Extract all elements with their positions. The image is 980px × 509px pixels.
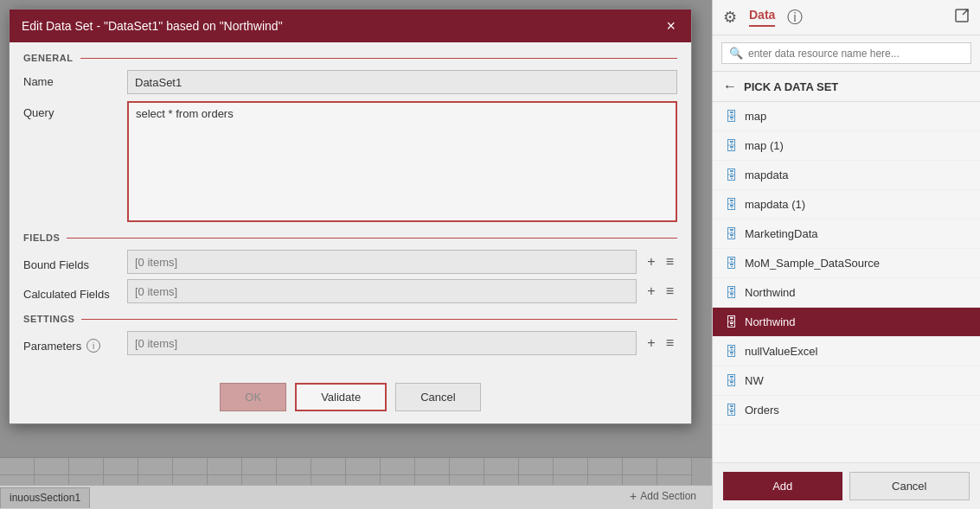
modal-title: Edit Data Set - "DataSet1" based on "Nor… — [22, 19, 283, 33]
modal-header: Edit Data Set - "DataSet1" based on "Nor… — [10, 10, 691, 42]
dataset-item[interactable]: 🗄 MarketingData — [713, 220, 980, 249]
db-icon: 🗄 — [725, 315, 738, 329]
bound-fields-row: Bound Fields + ≡ — [23, 250, 677, 274]
parameters-row: Parameters i + ≡ — [23, 331, 677, 355]
section-tab[interactable]: inuousSection1 — [0, 487, 90, 508]
cancel-button[interactable]: Cancel — [395, 383, 480, 411]
data-tab[interactable]: Data — [749, 8, 775, 27]
add-section-plus-icon: + — [630, 489, 637, 503]
back-navigation[interactable]: ← PICK A DATA SET — [713, 72, 980, 102]
dataset-name: NW — [745, 374, 764, 387]
calculated-fields-menu-button[interactable]: ≡ — [663, 283, 677, 300]
dataset-item[interactable]: 🗄 mapdata (1) — [713, 190, 980, 220]
parameters-actions: + ≡ — [644, 334, 677, 352]
general-section-header: GENERAL — [23, 53, 677, 63]
fields-section-header: FIELDS — [23, 232, 677, 243]
dataset-item[interactable]: 🗄 map (1) — [713, 131, 980, 161]
db-icon: 🗄 — [725, 168, 738, 182]
search-input[interactable] — [748, 48, 964, 60]
modal-overlay: Edit Data Set - "DataSet1" based on "Nor… — [0, 0, 712, 509]
parameters-add-button[interactable]: + — [644, 334, 658, 352]
search-icon: 🔍 — [729, 47, 743, 60]
parameters-input[interactable] — [127, 331, 637, 355]
sidebar-add-button[interactable]: Add — [723, 472, 842, 500]
dataset-name: mapdata — [745, 169, 789, 181]
bound-fields-menu-button[interactable]: ≡ — [663, 253, 677, 270]
dataset-name: MoM_Sample_DataSource — [745, 257, 880, 270]
db-icon: 🗄 — [725, 109, 738, 124]
calculated-fields-row: Calculated Fields + ≡ — [23, 279, 677, 303]
sidebar-search-area: 🔍 — [713, 35, 980, 72]
search-row: 🔍 — [721, 42, 971, 64]
ok-button[interactable]: OK — [220, 383, 286, 411]
dataset-item[interactable]: 🗄 Orders — [713, 396, 980, 425]
dataset-item[interactable]: 🗄 NW — [713, 366, 980, 396]
dataset-name: nullValueExcel — [745, 345, 817, 358]
dataset-item[interactable]: 🗄 MoM_Sample_DataSource — [713, 249, 980, 278]
dataset-name: Northwind — [745, 315, 796, 328]
sidebar-topbar: ⚙ Data ⓘ — [713, 0, 980, 35]
calculated-fields-add-button[interactable]: + — [644, 283, 658, 300]
db-icon: 🗄 — [725, 403, 738, 417]
tab-label: inuousSection1 — [10, 492, 80, 504]
name-label: Name — [23, 70, 127, 88]
modal-close-button[interactable]: × — [663, 18, 679, 34]
back-arrow-icon: ← — [723, 79, 737, 94]
dataset-list: 🗄 map 🗄 map (1) 🗄 mapdata 🗄 mapdata (1) … — [713, 102, 980, 462]
dataset-item-active[interactable]: 🗄 Northwind — [713, 308, 980, 337]
settings-icon[interactable]: ⚙ — [723, 8, 737, 27]
tab-bar: inuousSection1 + Add Section — [0, 485, 712, 509]
db-icon: 🗄 — [725, 226, 738, 241]
add-section-button[interactable]: + Add Section — [623, 487, 703, 506]
parameters-info-icon[interactable]: i — [86, 339, 100, 353]
calculated-fields-actions: + ≡ — [644, 283, 677, 300]
parameters-menu-button[interactable]: ≡ — [663, 334, 677, 352]
calculated-fields-label: Calculated Fields — [23, 283, 127, 301]
pick-dataset-label: PICK A DATA SET — [744, 80, 838, 93]
dataset-name: Northwind — [745, 286, 796, 299]
db-icon: 🗄 — [725, 138, 738, 153]
dataset-item[interactable]: 🗄 Northwind — [713, 278, 980, 308]
validate-button[interactable]: Validate — [295, 383, 387, 411]
bound-fields-input[interactable] — [127, 250, 637, 274]
bound-fields-add-button[interactable]: + — [644, 253, 658, 270]
main-area: // Will be generated dynamically Edit Da… — [0, 0, 712, 509]
db-icon: 🗄 — [725, 285, 738, 300]
dataset-name: map (1) — [745, 139, 784, 152]
settings-section-header: SETTINGS — [23, 314, 677, 324]
bound-fields-actions: + ≡ — [644, 253, 677, 270]
right-sidebar: ⚙ Data ⓘ 🔍 ← PICK A DATA SET 🗄 map � — [712, 0, 980, 509]
edit-dataset-modal: Edit Data Set - "DataSet1" based on "Nor… — [9, 9, 692, 424]
add-section-label: Add Section — [640, 490, 696, 502]
bound-fields-label: Bound Fields — [23, 253, 127, 271]
name-row: Name — [23, 70, 677, 94]
db-icon: 🗄 — [725, 197, 738, 212]
dataset-item[interactable]: 🗄 mapdata — [713, 161, 980, 190]
calculated-fields-input[interactable] — [127, 279, 637, 303]
sidebar-cancel-button[interactable]: Cancel — [849, 472, 970, 500]
modal-footer: OK Validate Cancel — [10, 374, 691, 423]
info-icon[interactable]: ⓘ — [787, 7, 803, 28]
dataset-name: map — [745, 110, 766, 123]
svg-line-1 — [963, 10, 968, 15]
dataset-name: Orders — [745, 404, 779, 417]
db-icon: 🗄 — [725, 344, 738, 359]
parameters-label: Parameters i — [23, 334, 127, 353]
dataset-item[interactable]: 🗄 nullValueExcel — [713, 337, 980, 366]
dataset-item[interactable]: 🗄 map — [713, 102, 980, 131]
name-input[interactable] — [127, 70, 677, 94]
sidebar-icon-group: ⚙ Data ⓘ — [723, 7, 803, 28]
db-icon: 🗄 — [725, 256, 738, 270]
dataset-name: MarketingData — [745, 227, 818, 240]
query-input[interactable]: select * from orders — [127, 101, 677, 222]
sidebar-footer: Add Cancel — [713, 462, 980, 509]
db-icon: 🗄 — [725, 373, 738, 388]
modal-body: GENERAL Name Query select * from orders … — [10, 53, 691, 374]
query-row: Query select * from orders — [23, 101, 677, 222]
query-label: Query — [23, 101, 127, 119]
dataset-name: mapdata (1) — [745, 198, 805, 211]
export-icon[interactable] — [954, 8, 970, 28]
